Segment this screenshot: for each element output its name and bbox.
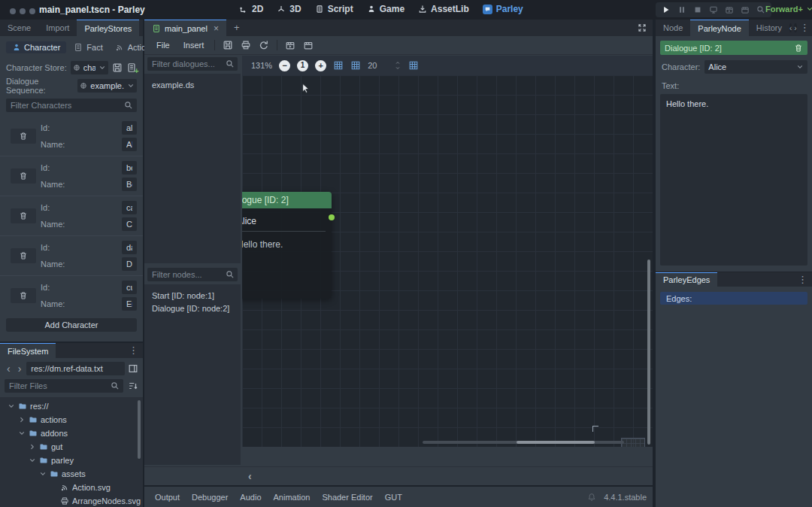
zoom-reset-button[interactable]: 1	[297, 60, 308, 71]
character-name-field[interactable]	[122, 138, 137, 151]
tab-main-panel[interactable]: main_panel ×	[144, 20, 226, 36]
tree-item-arrangenodes-svg[interactable]: ArrangeNodes.svg	[5, 494, 143, 507]
tab-parleynode[interactable]: ParleyNode	[690, 20, 748, 36]
inspector-back-icon[interactable]: ‹	[789, 23, 792, 32]
main-screen-parley[interactable]: Parley	[483, 4, 523, 14]
print-dialogue-icon[interactable]	[241, 40, 251, 50]
character-name-field[interactable]	[122, 297, 137, 311]
tree-item-parley[interactable]: parley	[5, 454, 143, 467]
add-character-button[interactable]: Add Character	[6, 318, 137, 332]
dock-menu-icon[interactable]: ⋮	[124, 343, 143, 358]
edges-menu-icon[interactable]: ⋮	[793, 272, 812, 287]
bottom-tab-shader-editor[interactable]: Shader Editor	[317, 490, 377, 504]
dialogue-text-area[interactable]: Hello there.	[660, 94, 807, 266]
main-screen-3d[interactable]: 3D	[277, 4, 301, 14]
distraction-free-icon[interactable]	[638, 23, 647, 32]
test-scene-icon[interactable]	[303, 40, 314, 50]
notification-bell-icon[interactable]	[587, 493, 596, 502]
delete-character-button[interactable]	[11, 208, 36, 223]
bottom-tab-debugger[interactable]: Debugger	[187, 490, 232, 504]
grid-size-value[interactable]: 20	[368, 61, 377, 70]
arrange-nodes-icon[interactable]	[408, 60, 419, 71]
character-name-field[interactable]	[122, 257, 137, 271]
new-store-button[interactable]: +	[126, 62, 137, 73]
play-custom-scene-button[interactable]	[741, 5, 750, 14]
show-grid-icon[interactable]	[350, 60, 361, 71]
delete-node-icon[interactable]	[794, 44, 803, 53]
character-id-field[interactable]	[122, 281, 137, 294]
pause-button[interactable]	[677, 5, 686, 14]
collapse-arrow-icon[interactable]	[18, 430, 26, 437]
inspector-forward-icon[interactable]: ›	[794, 23, 796, 32]
history-back-icon[interactable]: ‹	[5, 363, 13, 374]
tab-history[interactable]: History	[749, 20, 789, 36]
collapse-arrow-icon[interactable]	[29, 457, 36, 464]
tab-parleyedges[interactable]: ParleyEdges	[656, 272, 717, 287]
zoom-out-button[interactable]: −	[279, 60, 290, 71]
h-scrollbar-thumb[interactable]	[517, 441, 595, 444]
delete-character-button[interactable]	[11, 129, 36, 144]
graph-minimap[interactable]	[621, 438, 645, 447]
collapse-side-panel-icon[interactable]: ‹	[248, 471, 252, 481]
tree-item-addons[interactable]: addons	[5, 427, 143, 440]
expand-arrow-icon[interactable]	[18, 416, 26, 424]
remote-debug-icon[interactable]	[709, 5, 718, 14]
main-screen-game[interactable]: Game	[367, 4, 404, 14]
refresh-icon[interactable]	[259, 40, 269, 50]
movie-maker-icon[interactable]	[756, 5, 765, 14]
character-name-field[interactable]	[122, 217, 137, 231]
tab-import[interactable]: Import	[38, 20, 77, 36]
tree-item-assets[interactable]: assets	[5, 467, 143, 481]
dialogue-graph-node[interactable]: Dialogue [ID: 2] Alice Hello there.	[242, 192, 332, 299]
character-id-field[interactable]	[122, 241, 137, 254]
zoom-in-button[interactable]: +	[315, 60, 326, 71]
tab-node[interactable]: Node	[656, 20, 690, 36]
new-tab-icon[interactable]: +	[226, 20, 247, 36]
dialogue-sequence-select[interactable]: example.	[77, 79, 137, 93]
filter-dialogues-input[interactable]	[147, 57, 238, 71]
tree-item-action-svg[interactable]: Action.svg	[5, 481, 143, 494]
filter-nodes-input[interactable]	[147, 268, 238, 281]
character-id-field[interactable]	[122, 201, 137, 214]
version-label[interactable]: 4.4.1.stable	[604, 493, 647, 502]
tree-scrollbar[interactable]	[138, 400, 141, 459]
window-close-icon[interactable]	[10, 8, 16, 14]
stop-button[interactable]	[693, 5, 702, 14]
expand-arrow-icon[interactable]	[29, 443, 36, 451]
filter-characters-input[interactable]	[6, 99, 137, 112]
mode-character-button[interactable]: Character	[6, 41, 66, 53]
character-id-field[interactable]	[122, 161, 137, 175]
collapse-arrow-icon[interactable]	[8, 402, 15, 410]
tree-item-res[interactable]: res://	[5, 399, 143, 413]
snap-grid-icon[interactable]	[333, 60, 344, 71]
dialogue-node-header[interactable]: Dialogue [ID: 2]	[242, 192, 332, 208]
character-id-field[interactable]	[122, 121, 137, 135]
tab-scene[interactable]: Scene	[0, 20, 38, 36]
play-scene-button[interactable]	[725, 5, 734, 14]
spin-down-icon[interactable]	[394, 65, 401, 71]
bottom-tab-audio[interactable]: Audio	[235, 490, 265, 504]
character-store-select[interactable]: cha	[71, 61, 108, 74]
output-port[interactable]	[329, 214, 335, 220]
grid-size-spinner[interactable]	[394, 60, 401, 71]
tree-item-actions[interactable]: actions	[5, 413, 143, 427]
play-button[interactable]	[662, 5, 671, 14]
spin-up-icon[interactable]	[394, 60, 401, 65]
sort-files-icon[interactable]	[128, 381, 138, 391]
main-screen-assetlib[interactable]: AssetLib	[418, 4, 469, 14]
current-path-field[interactable]	[26, 362, 125, 375]
renderer-select[interactable]: Forward+	[765, 5, 812, 14]
node-list-item[interactable]: Start [ID: node:1]	[144, 289, 241, 302]
window-maximize-icon[interactable]	[29, 8, 35, 14]
save-store-button[interactable]	[112, 62, 123, 73]
save-dialogue-icon[interactable]	[223, 40, 233, 50]
history-forward-icon[interactable]: ›	[16, 363, 24, 374]
inspector-menu-icon[interactable]: ⋮	[798, 20, 812, 36]
insert-menu[interactable]: Insert	[177, 39, 211, 51]
filter-files-input[interactable]	[5, 379, 123, 393]
v-scrollbar-thumb[interactable]	[647, 260, 650, 445]
main-screen-2d[interactable]: 2D	[239, 4, 263, 14]
character-name-field[interactable]	[122, 178, 137, 191]
dialogue-list-item[interactable]: example.ds	[144, 78, 241, 91]
tree-item-gut[interactable]: gut	[5, 440, 143, 454]
